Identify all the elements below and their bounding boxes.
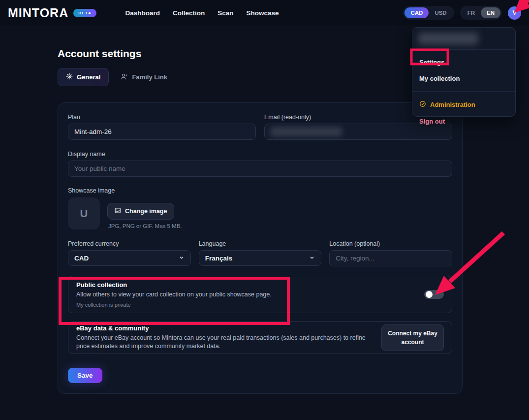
currency-option-usd[interactable]: USD (429, 7, 452, 18)
settings-card: Plan Email (read-only) Display name Show… (58, 102, 463, 394)
user-avatar-button[interactable]: V (508, 6, 521, 20)
menu-divider (412, 49, 515, 50)
menu-item-sign-out-label: Sign out (419, 118, 445, 125)
tab-general[interactable]: General (58, 68, 109, 86)
public-collection-panel: Public collection Allow others to view y… (68, 276, 452, 313)
settings-tabs: General Family Link (58, 68, 463, 86)
location-input[interactable] (329, 250, 452, 266)
header: MINTORA BETA Dashboard Collection Scan S… (0, 0, 529, 26)
currency-option-cad[interactable]: CAD (405, 7, 429, 18)
public-collection-description: Allow others to view your card collectio… (76, 291, 416, 299)
menu-item-administration-label: Administration (430, 101, 475, 108)
showcase-image-label: Showcase image (68, 187, 452, 194)
currency-label: Preferred currency (68, 240, 191, 247)
ebay-title: eBay data & community (76, 324, 373, 332)
public-collection-status: My collection is private (76, 302, 416, 308)
plan-email-row: Plan Email (read-only) (68, 114, 452, 140)
chevron-down-icon (309, 255, 315, 262)
locale-row: Preferred currency CAD Language Français (68, 240, 452, 266)
menu-divider (412, 91, 515, 92)
app-logo: MINTORA (8, 6, 68, 20)
public-collection-toggle[interactable] (424, 290, 444, 299)
tab-family-link-label: Family Link (132, 73, 167, 81)
language-select[interactable]: Français (199, 250, 322, 266)
page-title: Account settings (58, 48, 463, 60)
connect-ebay-button[interactable]: Connect my eBay account (381, 324, 444, 351)
shield-check-icon (419, 100, 426, 109)
display-name-input[interactable] (68, 161, 452, 177)
main-nav: Dashboard Collection Scan Showcase (125, 9, 279, 17)
display-name-label: Display name (68, 151, 452, 158)
beta-badge: BETA (73, 9, 96, 17)
image-icon (115, 207, 121, 215)
ebay-panel: eBay data & community Connect your eBay … (68, 321, 452, 354)
menu-item-administration[interactable]: Administration (412, 96, 515, 113)
nav-showcase[interactable]: Showcase (246, 9, 279, 17)
header-controls: CAD USD FR EN V (403, 6, 521, 20)
change-image-label: Change image (125, 208, 167, 215)
ebay-description: Connect your eBay account so Mintora can… (76, 334, 373, 351)
username-blurred (418, 32, 478, 45)
gear-icon (66, 73, 73, 81)
currency-select-value: CAD (74, 255, 89, 262)
image-format-hint: JPG, PNG or GIF. Max 5 MB. (108, 223, 182, 229)
menu-item-my-collection[interactable]: My collection (412, 70, 515, 87)
currency-toggle: CAD USD (403, 6, 454, 20)
language-select-value: Français (205, 255, 233, 262)
email-value-blurred (271, 127, 342, 136)
menu-item-my-collection-label: My collection (419, 75, 460, 82)
language-option-fr[interactable]: FR (462, 7, 481, 18)
nav-dashboard[interactable]: Dashboard (125, 9, 160, 17)
plan-input[interactable] (68, 124, 256, 140)
menu-item-settings[interactable]: Settings (412, 54, 515, 70)
language-option-en[interactable]: EN (481, 7, 500, 18)
nav-scan[interactable]: Scan (218, 9, 233, 17)
nav-collection[interactable]: Collection (173, 9, 205, 17)
person-plus-icon (121, 73, 128, 82)
public-collection-title: Public collection (76, 281, 416, 289)
change-image-button[interactable]: Change image (107, 203, 174, 220)
plan-label: Plan (68, 114, 256, 121)
save-button[interactable]: Save (68, 368, 102, 383)
location-label: Location (optional) (329, 240, 452, 247)
tab-family-link[interactable]: Family Link (119, 68, 169, 86)
language-label: Language (199, 240, 322, 247)
currency-select[interactable]: CAD (68, 250, 191, 266)
user-dropdown-menu: Settings My collection Administration Si… (412, 27, 516, 117)
menu-item-sign-out[interactable]: Sign out (412, 113, 515, 129)
language-toggle: FR EN (460, 6, 502, 20)
showcase-image-row: U Change image JPG, PNG or GIF. Max 5 MB (68, 197, 452, 229)
showcase-avatar: U (68, 197, 100, 229)
toggle-knob (426, 291, 433, 298)
tab-general-label: General (77, 73, 100, 81)
main-content: Account settings General (58, 48, 463, 394)
menu-item-settings-label: Settings (419, 59, 444, 66)
chevron-down-icon (179, 255, 185, 262)
